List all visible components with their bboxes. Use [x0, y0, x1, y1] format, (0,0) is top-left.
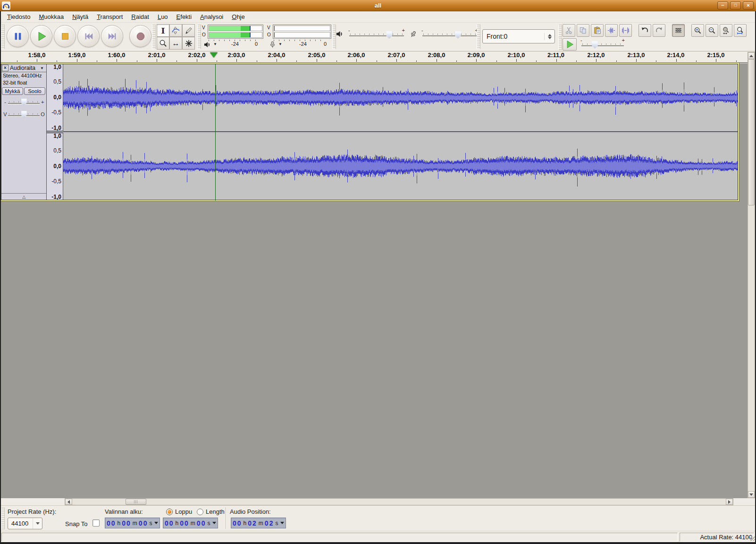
transcription-toolbar-grip[interactable]	[558, 38, 562, 50]
trim-audio-button[interactable]	[605, 24, 618, 37]
record-button[interactable]	[129, 25, 151, 47]
track-collapse-button[interactable]: △	[1, 193, 46, 200]
scroll-up-button[interactable]	[748, 52, 755, 59]
playback-meter-dropdown-icon[interactable]: ▼	[213, 42, 217, 46]
gain-thumb[interactable]	[21, 99, 27, 106]
transport-toolbar-grip[interactable]	[1, 25, 5, 49]
track-title-bar[interactable]: × Audioraita ▼	[1, 64, 46, 72]
menu-analysoi[interactable]: Analysoi	[196, 12, 227, 22]
field-minutes[interactable]: 02	[248, 519, 257, 527]
audio-position-field[interactable]: 00h02m02s	[231, 518, 286, 528]
playback-meter[interactable]: V O ▼ -24 0	[202, 24, 265, 51]
vertical-scroll-thumb[interactable]	[748, 59, 755, 205]
zoom-out-button[interactable]	[706, 24, 718, 37]
horizontal-scrollbar[interactable]	[65, 498, 733, 505]
mute-button[interactable]: Mykkä	[2, 87, 23, 95]
selection-end-radio[interactable]	[166, 509, 173, 515]
input-volume-slider[interactable]: - +	[421, 28, 478, 40]
selection-start-field[interactable]: 00h00m00s	[105, 518, 160, 528]
fit-project-button[interactable]	[734, 24, 747, 37]
selection-tool-button[interactable]: I	[157, 24, 169, 37]
field-dropdown-icon[interactable]	[154, 522, 158, 526]
sync-lock-button[interactable]	[672, 24, 685, 37]
gain-slider[interactable]	[7, 97, 41, 107]
output-volume-thumb[interactable]	[386, 31, 392, 39]
resize-grip-icon[interactable]	[750, 536, 755, 541]
selection-end-field[interactable]: 00h00m00s	[163, 518, 218, 528]
output-device-combobox[interactable]: Front:0	[482, 29, 555, 43]
mixer-toolbar-grip[interactable]	[332, 25, 336, 49]
tools-toolbar-grip[interactable]	[152, 25, 156, 49]
undo-button[interactable]	[638, 24, 651, 37]
play-at-speed-button[interactable]	[563, 38, 577, 51]
project-rate-combobox[interactable]: 44100	[8, 518, 42, 529]
pan-slider[interactable]	[7, 109, 41, 119]
audio-track[interactable]: × Audioraita ▼ Stereo, 44100Hz 32-bit fl…	[1, 64, 738, 200]
field-dropdown-icon[interactable]	[280, 522, 284, 526]
recording-meter[interactable]: V O ▼ -24 0	[267, 24, 333, 51]
multi-tool-button[interactable]	[182, 37, 195, 50]
menu-ohje[interactable]: Ohje	[227, 12, 249, 22]
scroll-down-button[interactable]	[748, 491, 755, 498]
close-button[interactable]: ×	[743, 1, 754, 9]
menu-luo[interactable]: Luo	[153, 12, 172, 22]
solo-button[interactable]: Soolo	[24, 87, 45, 95]
menu-raidat[interactable]: Raidat	[127, 12, 153, 22]
field-seconds[interactable]: 00	[197, 519, 206, 527]
field-hours[interactable]: 00	[165, 519, 174, 527]
waveform-display[interactable]	[63, 64, 738, 200]
input-volume-thumb[interactable]	[455, 31, 461, 39]
menu-tiedosto[interactable]: Tiedosto	[3, 12, 34, 22]
menu-efekti[interactable]: Efekti	[172, 12, 196, 22]
playhead-marker-icon[interactable]	[210, 52, 218, 58]
field-seconds[interactable]: 00	[139, 519, 148, 527]
timeline-ruler[interactable]: 1:58,0 1:59,0 1:60,0 2:01,0 2:02,0 2:03,…	[0, 51, 756, 63]
pan-thumb[interactable]	[21, 111, 27, 118]
snap-to-checkbox[interactable]	[92, 519, 100, 527]
device-toolbar-grip[interactable]	[477, 25, 480, 49]
track-close-button[interactable]: ×	[2, 65, 8, 71]
selection-toolbar-grip[interactable]	[1, 508, 5, 529]
pause-button[interactable]	[7, 25, 29, 47]
selection-length-radio[interactable]	[197, 509, 203, 515]
fast-forward-button[interactable]	[101, 25, 123, 47]
copy-button[interactable]	[577, 24, 589, 37]
cut-button[interactable]	[563, 24, 575, 37]
output-volume-slider[interactable]: - +	[348, 28, 405, 40]
envelope-tool-button[interactable]	[169, 24, 182, 37]
track-menu-dropdown-icon[interactable]: ▼	[40, 66, 44, 70]
track-canvas-area[interactable]: × Audioraita ▼ Stereo, 44100Hz 32-bit fl…	[0, 63, 756, 498]
meter-toolbar-grip[interactable]	[197, 25, 201, 49]
field-hours[interactable]: 00	[107, 519, 116, 527]
field-seconds[interactable]: 02	[265, 519, 274, 527]
minimize-button[interactable]: −	[717, 1, 728, 9]
zoom-tool-button[interactable]	[157, 37, 169, 50]
silence-audio-button[interactable]	[619, 24, 632, 37]
waveform-canvas-left[interactable]	[63, 64, 738, 131]
field-hours[interactable]: 00	[233, 519, 242, 527]
field-dropdown-icon[interactable]	[212, 522, 216, 526]
redo-button[interactable]	[653, 24, 665, 37]
paste-button[interactable]	[591, 24, 604, 37]
waveform-canvas-right[interactable]	[63, 133, 738, 200]
fit-selection-button[interactable]	[720, 24, 732, 37]
menu-transport[interactable]: Transport	[92, 12, 127, 22]
menu-nayta[interactable]: Näytä	[68, 12, 92, 22]
scroll-right-button[interactable]	[726, 499, 733, 505]
playback-speed-thumb[interactable]	[592, 41, 598, 49]
playback-speed-slider[interactable]: - +	[580, 38, 625, 50]
field-minutes[interactable]: 00	[180, 519, 189, 527]
play-button[interactable]	[30, 25, 52, 47]
vertical-scrollbar[interactable]	[748, 52, 755, 498]
timeshift-tool-button[interactable]: ↔	[169, 37, 182, 50]
rewind-button[interactable]	[77, 25, 100, 47]
recording-meter-dropdown-icon[interactable]: ▼	[278, 42, 282, 46]
draw-tool-button[interactable]	[182, 24, 195, 37]
menu-muokkaa[interactable]: Muokkaa	[34, 12, 68, 22]
field-minutes[interactable]: 00	[122, 519, 131, 527]
horizontal-scroll-thumb[interactable]	[126, 499, 146, 505]
maximize-button[interactable]: □	[730, 1, 741, 9]
stop-button[interactable]	[54, 25, 76, 47]
edit-toolbar-grip[interactable]	[558, 25, 562, 37]
zoom-in-button[interactable]	[691, 24, 704, 37]
